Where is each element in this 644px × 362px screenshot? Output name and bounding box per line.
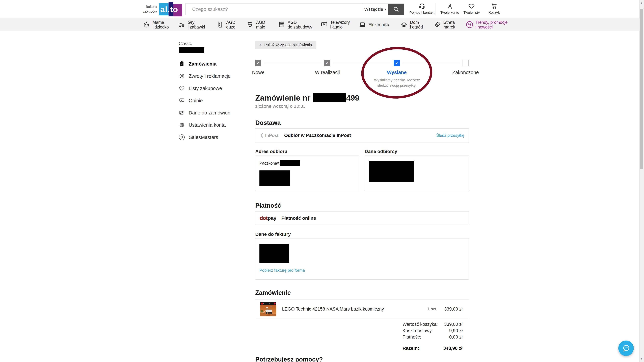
summary-value: 339,00 zł <box>444 322 462 327</box>
payment-method: Płatność online <box>282 216 316 221</box>
search-button[interactable] <box>388 4 404 15</box>
search-scope-dropdown[interactable]: Wszędzie ▾ <box>362 4 388 15</box>
product-name[interactable]: LEGO Technic 42158 NASA Mars Łazik kosmi… <box>282 307 428 312</box>
sidebar-item-dane-do-zamowien[interactable]: Dane do zamówień <box>178 109 239 116</box>
nav-item-telewizory-i-audio[interactable]: Telewizory i audio <box>321 18 350 31</box>
search-scope-label: Wszędzie <box>364 7 383 12</box>
nav-label: AGD <box>256 20 265 25</box>
oven-icon <box>278 21 285 28</box>
nav-label: duże <box>226 25 235 29</box>
nav-item-gry-i-zabawki[interactable]: Gry i zabawki <box>178 18 205 31</box>
headset-icon <box>408 3 435 9</box>
nav-item-agd-do-zabudowy[interactable]: AGD do zabudowy <box>278 18 312 31</box>
redacted-recipient-data <box>369 161 414 182</box>
clipboard-icon <box>178 61 185 67</box>
sidebar-item-zamowienia[interactable]: Zamówienia <box>178 60 239 67</box>
nav-label: Dom <box>410 20 419 25</box>
back-button-label: Pokaż wszystkie zamówienia <box>264 43 312 47</box>
sidebar-item-listy-zakupowe[interactable]: Listy zakupowe <box>178 85 239 92</box>
sidebar-item-label: Dane do zamówień <box>189 110 230 116</box>
review-icon <box>178 97 185 104</box>
order-title-prefix: Zamówienie nr <box>255 93 310 102</box>
greeting: Cześć, <box>178 41 239 46</box>
laptop-icon <box>359 21 366 28</box>
nav-item-dom-i-ogrod[interactable]: Dom i ogród <box>400 18 423 31</box>
nav-label: i zabawki <box>188 25 205 29</box>
divider <box>255 318 469 318</box>
header: kultura zakupów al.to Wszędzie ▾ <box>0 0 644 18</box>
sidebar-item-salesmasters[interactable]: $ SalesMasters <box>178 134 239 141</box>
sidebar-item-label: Zamówienia <box>189 61 216 67</box>
sidebar-item-opinie[interactable]: Opinie <box>178 97 239 104</box>
chat-button[interactable] <box>618 341 634 356</box>
header-link-cart[interactable]: Koszyk <box>481 3 508 14</box>
product-thumbnail[interactable] <box>260 302 276 317</box>
sidebar-item-label: Listy zakupowe <box>189 86 222 91</box>
order-total-row: Razem: 348,90 zł <box>402 346 462 351</box>
nav-label: Trendy, promocje <box>476 20 508 25</box>
nav-label: małe <box>256 25 265 29</box>
sidebar-item-label: SalesMasters <box>189 135 218 140</box>
chat-icon <box>622 344 630 353</box>
account-sidebar: Cześć, Zamówienia <box>178 41 239 146</box>
check-icon: ✓ <box>256 61 260 65</box>
step-checkbox-wyslane: ✓ <box>394 60 400 66</box>
product-price: 339,00 zł <box>444 307 462 312</box>
brand-tagline: kultura zakupów <box>134 4 157 14</box>
cart-icon <box>481 3 508 9</box>
summary-label: Wartość koszyka: <box>402 322 438 327</box>
logo-text: al.to <box>160 5 182 14</box>
step-description: Wysłaliśmy paczkę. Możesz śledzić swoją … <box>370 77 424 88</box>
nav-item-agd-male[interactable]: AGD małe <box>246 18 265 31</box>
step-checkbox-nowe: ✓ <box>255 60 261 66</box>
step-connector <box>265 63 321 63</box>
returns-icon <box>178 73 185 79</box>
search-bar: Wszędzie ▾ <box>185 3 404 15</box>
header-divider <box>436 3 436 15</box>
payment-heading: Płatność <box>255 202 281 209</box>
summary-row: Wartość koszyka: 339,00 zł <box>402 321 462 328</box>
nav-item-mama-i-dziecko[interactable]: Mama i dziecko <box>143 18 169 31</box>
delivery-heading: Dostawa <box>255 119 281 126</box>
step-label-zakonczone: Zakończone <box>437 70 494 75</box>
nav-item-agd-duze[interactable]: AGD duże <box>217 18 235 31</box>
alto-logo[interactable]: al.to <box>159 2 182 16</box>
total-value: 348,90 zł <box>443 346 462 351</box>
address-icon <box>178 110 185 116</box>
scrollbar-down-arrow[interactable]: ▼ <box>639 357 644 360</box>
scrollbar-thumb[interactable] <box>640 9 643 169</box>
nav-item-strefa-marek[interactable]: Strefa marek <box>434 18 455 31</box>
summary-value: 0,00 zł <box>449 335 462 340</box>
step-connector <box>403 63 459 63</box>
back-to-orders-button[interactable]: ‹ Pokaż wszystkie zamówienia <box>255 41 316 49</box>
nav-item-trendy-promocje[interactable]: % Trendy, promocje i nowości <box>466 18 508 31</box>
redacted-invoice-data <box>260 244 289 263</box>
heart-icon <box>178 85 185 91</box>
payment-panel: dotpay Płatność online <box>255 212 469 225</box>
nav-label: Gry <box>188 20 194 25</box>
download-proforma-link[interactable]: Pobierz fakturę pro forma <box>260 268 305 273</box>
sidebar-item-label: Ustawienia konta <box>189 122 226 128</box>
product-quantity: 1 szt. <box>428 307 437 311</box>
toy-train-icon <box>178 21 185 28</box>
house-icon <box>400 21 408 28</box>
inpost-rays-icon <box>260 133 264 138</box>
order-title: Zamówienie nr 499 <box>255 93 360 102</box>
recipient-panel <box>364 156 469 191</box>
nav-label: AGD <box>288 20 297 25</box>
nav-item-elektronika[interactable]: Elektronika <box>359 18 389 31</box>
nav-label: Mama <box>152 20 164 25</box>
search-input[interactable] <box>192 4 362 15</box>
sidebar-item-ustawienia-konta[interactable]: Ustawienia konta <box>178 122 239 128</box>
inpost-logo: InPost <box>260 133 278 138</box>
order-title-suffix: 499 <box>346 93 359 102</box>
tag-icon <box>434 21 441 28</box>
scrollbar-up-arrow[interactable]: ▲ <box>639 1 644 4</box>
track-shipment-link[interactable]: Śledź przesyłkę <box>436 133 464 138</box>
step-label-wyslane: Wysłane <box>368 70 425 75</box>
inpost-logo-text: InPost <box>265 133 278 138</box>
sidebar-item-label: Zwroty i reklamacje <box>189 73 230 79</box>
header-link-help[interactable]: Pomoc i kontakt <box>408 3 435 14</box>
caret-down-icon: ▾ <box>385 7 386 11</box>
order-date: złożone wczoraj o 10:33 <box>255 104 306 109</box>
